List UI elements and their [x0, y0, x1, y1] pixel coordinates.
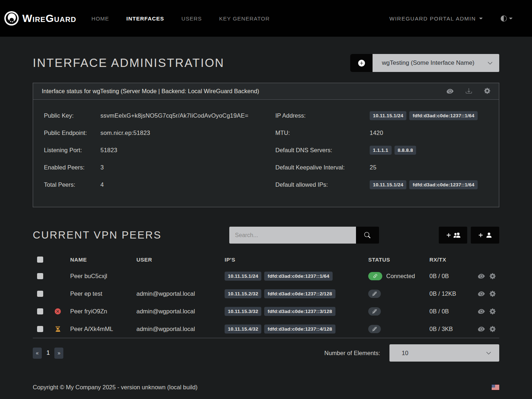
peer-name: Peer buC5cxjl	[70, 273, 136, 280]
column-header-user: USER	[136, 257, 225, 263]
nav-link-key-generator[interactable]: KEY GENERATOR	[219, 15, 270, 22]
nav-links: HOMEINTERFACESUSERSKEY GENERATOR	[91, 15, 270, 22]
nav-link-home[interactable]: HOME	[91, 15, 109, 22]
peer-pending-icon	[55, 326, 61, 332]
page-size-select[interactable]: 10	[389, 344, 499, 362]
status-disconnected-pill	[368, 290, 381, 298]
user-menu[interactable]: WIREGUARD PORTAL ADMIN	[389, 15, 483, 22]
status-connected-pill	[368, 272, 382, 280]
pagination-prev-button[interactable]: «	[33, 348, 42, 359]
detail-value: 1420	[370, 130, 383, 136]
page-size-value: 10	[402, 350, 408, 357]
caret-down-icon	[479, 18, 483, 19]
status-disconnected-pill	[368, 307, 381, 316]
plus-icon	[478, 232, 483, 238]
unlink-icon	[372, 326, 377, 332]
detail-label: Public Key:	[44, 112, 100, 119]
value-badge: 1.1.1.1	[370, 146, 392, 155]
peer-settings-icon[interactable]	[490, 273, 496, 279]
detail-label: Enabled Peers:	[44, 164, 100, 171]
peer-status: Connected	[368, 272, 429, 280]
column-header-rxtx: RX/TX	[429, 257, 469, 263]
unlink-icon	[372, 291, 377, 296]
detail-row: Default DNS Servers:1.1.1.18.8.8.8	[275, 141, 488, 159]
detail-label: Default Keepalive Interval:	[275, 164, 370, 171]
peer-rxtx: 0B / 0B	[429, 273, 469, 280]
value-badge: 8.8.8.8	[395, 146, 416, 155]
detail-row: Public Endpoint:som.nicr.ep:51823	[44, 124, 275, 141]
brand[interactable]: WireGuard	[4, 10, 76, 26]
peer-ips: 10.11.15.2/32fdfd:d3ad:c0de:1237::2/128	[225, 289, 368, 298]
interface-settings-icon[interactable]	[484, 88, 490, 95]
row-checkbox[interactable]	[37, 308, 43, 314]
interface-status-card: Interface status for wgTesting (Server M…	[33, 83, 499, 207]
ip-badge: 10.11.15.3/32	[225, 307, 261, 316]
peer-name: Peer A/Xk4mML	[70, 326, 136, 332]
ip-badge: fdfd:d3ad:c0de:1237::1/64	[264, 272, 333, 281]
detail-row: Default allowed IPs:10.11.15.1/24fdfd:d3…	[275, 176, 488, 193]
peer-user: admin@wgportal.local	[136, 290, 225, 297]
peer-view-icon[interactable]	[478, 308, 485, 315]
peer-view-icon[interactable]	[478, 326, 485, 332]
plus-icon	[446, 232, 451, 238]
status-label: Connected	[386, 273, 415, 280]
search-input[interactable]	[229, 227, 356, 244]
user-menu-label: WIREGUARD PORTAL ADMIN	[389, 15, 476, 22]
peers-section-title: CURRENT VPN PEERS	[33, 229, 162, 241]
peers-table-header: NAME USER IP'S STATUS RX/TX	[33, 251, 499, 267]
detail-row: Public Key:ssvmEelxG+k8jsNO5G7cq5r/Ak7Ii…	[44, 107, 275, 124]
column-header-name: NAME	[70, 257, 136, 263]
unlink-icon	[372, 309, 377, 314]
download-config-icon[interactable]	[466, 88, 472, 95]
detail-row: Listening Port:51823	[44, 141, 275, 159]
search-button[interactable]	[356, 227, 379, 244]
peer-ips: 10.11.15.4/32fdfd:d3ad:c0de:1237::4/128	[225, 325, 368, 334]
us-flag-icon[interactable]	[492, 385, 499, 390]
pagination: « 1 »	[33, 348, 63, 359]
peers-table-body: Peer buC5cxjl10.11.15.1/24fdfd:d3ad:c0de…	[33, 267, 499, 338]
nav-link-users[interactable]: USERS	[181, 15, 202, 22]
row-checkbox[interactable]	[37, 326, 43, 332]
peer-view-icon[interactable]	[478, 273, 485, 280]
chevron-down-icon	[486, 350, 491, 356]
chevron-down-icon	[487, 60, 493, 66]
peer-view-icon[interactable]	[478, 290, 485, 297]
peer-rxtx: 0B / 12KB	[429, 290, 469, 297]
peer-status	[368, 307, 429, 316]
interface-select[interactable]: wgTesting (Some Interface Name)	[373, 54, 499, 72]
status-card-title: Interface status for wgTesting (Server M…	[42, 88, 259, 95]
column-header-ips: IP'S	[225, 257, 368, 263]
row-checkbox[interactable]	[37, 273, 43, 279]
peer-name: Peer fryiO9Zn	[70, 308, 136, 315]
detail-label: IP Address:	[275, 112, 370, 119]
detail-value: 3	[100, 164, 104, 171]
person-icon	[486, 232, 492, 239]
row-checkbox[interactable]	[37, 291, 43, 297]
caret-down-icon	[509, 18, 513, 19]
select-all-checkbox[interactable]	[37, 257, 43, 263]
ip-badge: fdfd:d3ad:c0de:1237::2/128	[264, 289, 335, 298]
pagination-current-page[interactable]: 1	[46, 349, 50, 357]
view-config-icon[interactable]	[447, 88, 454, 95]
add-peer-button[interactable]	[471, 227, 499, 244]
add-multiple-peers-button[interactable]	[439, 227, 467, 244]
value-badge: fdfd:d3ad:c0de:1237::1/64	[409, 180, 478, 189]
detail-row: Total Peers:4	[44, 176, 275, 193]
ip-badge: 10.11.15.2/32	[225, 289, 261, 298]
theme-toggle[interactable]	[501, 15, 513, 22]
nav-link-interfaces[interactable]: INTERFACES	[126, 15, 164, 22]
detail-row: Enabled Peers:3	[44, 159, 275, 176]
pagination-next-button[interactable]: »	[54, 348, 63, 359]
peer-user: admin@wgportal.local	[136, 326, 225, 332]
search-icon	[364, 232, 370, 238]
people-icon	[454, 232, 460, 239]
peer-settings-icon[interactable]	[490, 326, 496, 332]
add-interface-button[interactable]	[350, 54, 373, 72]
peers-table: NAME USER IP'S STATUS RX/TX Peer buC5cxj…	[33, 251, 499, 338]
peer-settings-icon[interactable]	[490, 308, 496, 314]
detail-row: IP Address:10.11.15.1/24fdfd:d3ad:c0de:1…	[275, 107, 488, 124]
status-disconnected-pill	[368, 325, 381, 333]
detail-row: Default Keepalive Interval:25	[275, 159, 488, 176]
peer-settings-icon[interactable]	[490, 291, 496, 297]
interface-select-value: wgTesting (Some Interface Name)	[382, 59, 474, 67]
